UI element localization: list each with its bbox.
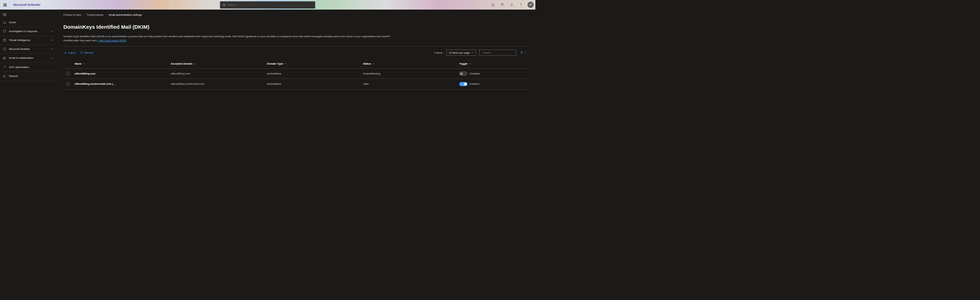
chevron-down-icon — [285, 63, 286, 65]
cell-accepted: office365my.onmicrosoft.com — [170, 82, 267, 85]
chevron-down-icon — [51, 39, 53, 41]
cell-status: Valid — [363, 82, 459, 85]
question-icon — [519, 3, 523, 6]
column-header-status[interactable]: Status — [363, 62, 459, 65]
refresh-label: Refresh — [84, 51, 94, 54]
table-search[interactable] — [479, 49, 516, 56]
dkim-table: Name Accepted domain Domain Type Status … — [64, 59, 528, 89]
toolbar: Export Refresh 2 items 10 Items per page — [64, 49, 528, 56]
gear-icon — [510, 3, 514, 6]
table-row[interactable]: office365my.com office365my.com Authorit… — [64, 69, 528, 79]
table-search-input[interactable] — [483, 51, 519, 54]
shield-icon — [3, 30, 9, 33]
column-header-accepted[interactable]: Accepted domain — [170, 62, 267, 65]
cell-status: CnameMissing — [363, 72, 459, 75]
list-icon — [521, 51, 524, 54]
sidebar-item-label: Reports — [9, 75, 53, 78]
column-header-type[interactable]: Domain Type — [267, 62, 363, 65]
breadcrumb: Policies & rules › Threat policies › Ema… — [64, 13, 528, 16]
table-row[interactable]: office365my.onmicrosoft.com (… office365… — [64, 79, 528, 89]
svg-rect-13 — [3, 57, 6, 59]
sidebar-item-threatintel[interactable]: Threat intelligence — [0, 36, 56, 45]
page-size-dropdown[interactable]: 10 Items per page — [446, 49, 476, 56]
sidebar-item-label: Threat intelligence — [9, 38, 51, 41]
page-size-label: 10 Items per page — [449, 51, 469, 54]
header-actions: JD — [488, 0, 535, 10]
sidebar-item-label: Home — [9, 21, 53, 24]
divider — [64, 46, 528, 46]
sidebar-item-email[interactable]: Email & collaboration — [0, 54, 56, 62]
flow-button[interactable] — [498, 0, 507, 10]
breadcrumb-link[interactable]: Policies & rules — [64, 13, 81, 16]
chevron-down-icon — [469, 63, 471, 65]
page-title: DomainKeys Identified Mail (DKIM) — [64, 24, 528, 30]
cell-accepted: office365my.com — [170, 72, 267, 75]
book-icon — [3, 38, 9, 41]
dkim-toggle[interactable] — [459, 72, 468, 75]
hexagon-icon — [3, 48, 9, 51]
chevron-down-icon — [472, 52, 473, 53]
sidebar-toggle[interactable] — [0, 12, 56, 18]
sidebar-item-home[interactable]: Home — [0, 18, 56, 27]
cell-type: Authoritative — [267, 72, 363, 75]
sidebar-item-sentinel[interactable]: Microsoft Sentinel — [0, 45, 56, 54]
svg-line-1 — [225, 5, 226, 6]
column-header-name[interactable]: Name — [75, 62, 170, 65]
export-button[interactable]: Export — [64, 50, 76, 55]
chevron-down-icon — [194, 63, 196, 65]
brand-title[interactable]: Microsoft Defender — [10, 3, 44, 6]
help-button[interactable] — [516, 0, 525, 10]
sidebar-item-label: Email & collaboration — [9, 56, 51, 59]
svg-point-2 — [501, 4, 501, 5]
global-header: Microsoft Defender JD — [0, 0, 535, 10]
toggle-label: Enabled — [469, 82, 479, 85]
notifications-button[interactable] — [488, 0, 498, 10]
global-search[interactable] — [220, 2, 315, 8]
svg-point-0 — [223, 4, 225, 5]
home-icon — [3, 21, 9, 24]
refresh-button[interactable]: Refresh — [80, 50, 94, 55]
row-checkbox[interactable] — [66, 72, 70, 75]
bell-icon — [492, 3, 495, 6]
svg-point-6 — [521, 5, 521, 6]
download-icon — [64, 51, 67, 54]
wand-icon — [3, 65, 9, 69]
chevron-down-icon — [51, 57, 53, 59]
sidebar: Home Investigation & response Threat int… — [0, 10, 56, 164]
search-icon — [223, 3, 226, 6]
column-header-toggle[interactable]: Toggle — [459, 62, 528, 65]
mail-icon — [3, 57, 9, 60]
toggle-label: Disabled — [469, 72, 480, 75]
chevron-right-icon: › — [106, 13, 107, 16]
dkim-toggle[interactable] — [459, 82, 468, 86]
sidebar-item-soc[interactable]: SOC optimization — [0, 63, 56, 72]
customize-columns-button[interactable] — [519, 51, 528, 54]
hamburger-icon — [3, 13, 6, 16]
sidebar-item-label: Microsoft Sentinel — [9, 48, 51, 51]
learn-more-link[interactable]: Learn more about DKIM — [98, 39, 126, 42]
sidebar-item-label: Investigation & response — [9, 30, 51, 33]
refresh-icon — [80, 51, 83, 54]
app-launcher-button[interactable] — [0, 0, 10, 10]
cell-name: office365my.com — [75, 72, 170, 75]
chevron-down-icon — [51, 30, 53, 32]
breadcrumb-link[interactable]: Threat policies — [86, 13, 103, 16]
main-content: Policies & rules › Threat policies › Ema… — [56, 10, 535, 164]
chevron-down-icon — [372, 63, 374, 65]
settings-button[interactable] — [507, 0, 516, 10]
avatar[interactable]: JD — [528, 2, 533, 8]
sidebar-item-label: SOC optimization — [9, 65, 53, 69]
svg-line-14 — [3, 66, 5, 68]
chart-icon — [3, 75, 9, 78]
chevron-down-icon — [51, 48, 53, 50]
chevron-right-icon: › — [83, 13, 84, 16]
row-checkbox[interactable] — [66, 82, 70, 86]
chevron-down-icon — [83, 63, 85, 65]
global-search-input[interactable] — [228, 3, 313, 6]
svg-point-3 — [503, 4, 504, 5]
sidebar-item-reports[interactable]: Reports — [0, 72, 56, 81]
svg-point-4 — [502, 5, 503, 6]
flow-icon — [501, 3, 504, 6]
sidebar-item-investigation[interactable]: Investigation & response — [0, 27, 56, 36]
cell-type: Authoritative — [267, 82, 363, 85]
